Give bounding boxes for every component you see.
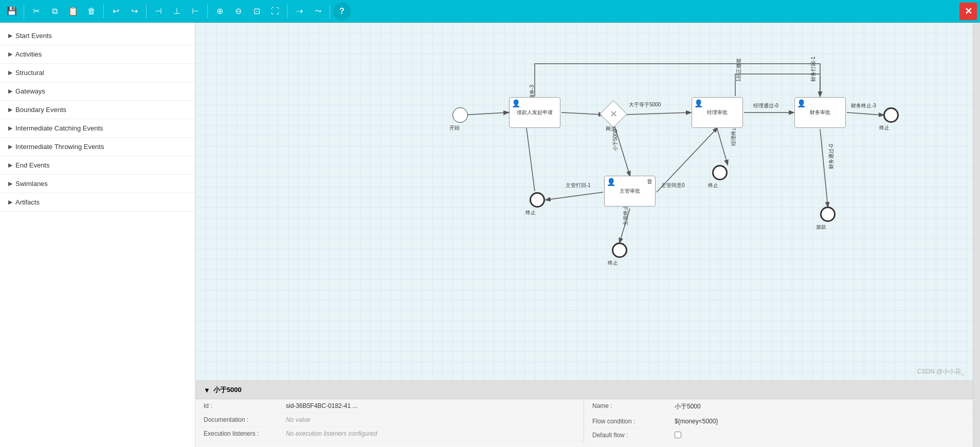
artifacts-arrow: ▶ [8, 199, 12, 206]
gateway-node[interactable]: ✕ [603, 104, 624, 124]
sidebar-item-activities[interactable]: ▶ Activities [0, 45, 195, 64]
task-manager-review[interactable]: 👤 经理审批 [692, 97, 743, 128]
sidebar-label-boundary-events: Boundary Events [15, 106, 66, 114]
svg-line-2 [625, 113, 691, 115]
end-event-5-label: 放款 [816, 224, 826, 231]
edge-label-supervisor-reject: 主管打回-1 [566, 182, 591, 188]
task-finance-review[interactable]: 👤 财务审批 [794, 97, 846, 128]
panel-name-label: Name : [592, 402, 675, 409]
align-right-button[interactable]: ⊢ [187, 3, 204, 20]
panel-exec-row: Execution listeners : No execution liste… [195, 427, 584, 441]
user-icon-supervisor: 👤 [607, 178, 615, 186]
align-left-button[interactable]: ⊣ [150, 3, 167, 20]
save-button[interactable]: 💾 [3, 3, 21, 20]
sidebar-label-end-events: End Events [15, 161, 50, 169]
canvas-area: 大于等于5000 小于5000 经理通过-0 财务终止-3 主管打回-1 主管同… [195, 23, 973, 447]
end-event-1[interactable] [883, 107, 899, 123]
start-events-arrow: ▶ [8, 32, 12, 39]
sidebar-label-start-events: Start Events [15, 32, 52, 40]
panel-doc-label: Documentation : [204, 416, 286, 423]
panel-flow-label: Flow condition : [592, 418, 675, 425]
gateway-x-mark: ✕ [610, 108, 618, 120]
zoom-actual-button[interactable]: ⛶ [266, 3, 284, 20]
end-events-arrow: ▶ [8, 162, 12, 169]
zoom-out-button[interactable]: ⊖ [229, 3, 247, 20]
edge-label-return1: 1回正撤签 [736, 58, 741, 82]
sidebar-item-artifacts[interactable]: ▶ Artifacts [0, 193, 195, 212]
toolbar: 💾 ✂ ⧉ 📋 🗑 ↩ ↪ ⊣ ⊥ ⊢ ⊕ ⊖ ⊡ ⛶ ⇢ ⤳ ? ✕ [0, 0, 980, 23]
redo-button[interactable]: ↪ [125, 3, 143, 20]
sidebar-item-gateways[interactable]: ▶ Gateways [0, 82, 195, 101]
end-event-3-label: 终止 [608, 259, 618, 267]
close-button[interactable]: ✕ [959, 3, 977, 20]
end-event-2-label: 终止 [525, 209, 536, 216]
paste-button[interactable]: 📋 [64, 3, 82, 20]
cut-button[interactable]: ✂ [27, 3, 45, 20]
undo-button[interactable]: ↩ [107, 3, 124, 20]
gateway-label: 网关 [606, 125, 616, 133]
edge-label-supervisor-agree: 主管同意0 [661, 182, 685, 188]
panel-flow-value: ${money<5000} [675, 418, 718, 425]
end-event-4[interactable] [712, 165, 728, 180]
panel-exec-label: Execution listeners : [204, 430, 286, 437]
panel-default-value [675, 432, 681, 440]
task-borrow-label: 借款人发起申请 [517, 109, 553, 116]
svg-line-1 [561, 113, 603, 115]
user-icon-manager: 👤 [694, 99, 703, 107]
align-center-button[interactable]: ⊥ [168, 3, 186, 20]
task-borrow-apply[interactable]: 👤 借款人发起申请 [509, 97, 560, 128]
intermediate-catching-arrow: ▶ [8, 125, 12, 132]
structural-arrow: ▶ [8, 69, 12, 76]
intermediate-throwing-arrow: ▶ [8, 143, 12, 150]
edge-label-finance-pass: 财务通过-0 [828, 144, 834, 169]
toolbar-sep-3 [146, 4, 147, 18]
panel-exec-value: No execution listeners configured [286, 430, 377, 437]
copy-button[interactable]: ⧉ [46, 3, 63, 20]
delete-button[interactable]: 🗑 [83, 3, 100, 20]
svg-line-4 [847, 113, 883, 115]
help-button[interactable]: ? [333, 3, 351, 20]
sidebar-item-end-events[interactable]: ▶ End Events [0, 156, 195, 175]
task-finance-label: 财务审批 [810, 109, 830, 116]
bottom-panel-title-text: 小于5000 [213, 385, 242, 395]
connect-button[interactable]: ⇢ [291, 3, 308, 20]
task-supervisor-review[interactable]: 👤 🗑 主管审批 [604, 176, 656, 207]
panel-default-row: Default flow : [584, 429, 973, 443]
zoom-in-button[interactable]: ⊕ [211, 3, 228, 20]
task-supervisor-label: 主管审批 [620, 188, 640, 195]
toolbar-sep-2 [103, 4, 104, 18]
toolbar-sep-1 [24, 4, 24, 18]
panel-flow-row: Flow condition : ${money<5000} [584, 415, 973, 429]
end-event-5[interactable] [820, 207, 836, 222]
sidebar-label-structural: Structural [15, 69, 44, 77]
start-event[interactable] [452, 107, 468, 123]
end-event-2[interactable] [530, 192, 545, 208]
sidebar-item-intermediate-catching[interactable]: ▶ Intermediate Catching Events [0, 119, 195, 138]
default-flow-checkbox[interactable] [675, 432, 681, 438]
svg-line-6 [546, 192, 603, 200]
sidebar-item-start-events[interactable]: ▶ Start Events [0, 27, 195, 45]
sidebar-label-swimlanes: Swimlanes [15, 180, 48, 188]
sidebar-label-artifacts: Artifacts [15, 198, 40, 206]
sidebar-item-swimlanes[interactable]: ▶ Swimlanes [0, 175, 195, 193]
connect2-button[interactable]: ⤳ [309, 3, 326, 20]
bpmn-svg: 大于等于5000 小于5000 经理通过-0 财务终止-3 主管打回-1 主管同… [195, 23, 973, 380]
zoom-fit-button[interactable]: ⊡ [248, 3, 265, 20]
sidebar-item-structural[interactable]: ▶ Structural [0, 64, 195, 82]
start-event-label: 开始 [449, 124, 460, 132]
activities-arrow: ▶ [8, 51, 12, 58]
swimlanes-arrow: ▶ [8, 180, 12, 187]
end-event-1-label: 终止 [879, 124, 890, 132]
bottom-panel: ▼ 小于5000 Id : sid-36B5F4BC-0182-41 ... D… [195, 380, 973, 447]
toolbar-sep-6 [330, 4, 330, 18]
svg-line-10 [820, 129, 828, 207]
panel-id-row: Id : sid-36B5F4BC-0182-41 ... [195, 399, 584, 413]
right-scrollbar[interactable] [973, 23, 980, 447]
sidebar-label-intermediate-throwing: Intermediate Throwing Events [15, 143, 104, 151]
end-event-3[interactable] [612, 243, 627, 258]
panel-doc-value: No value [286, 416, 310, 423]
sidebar-item-intermediate-throwing[interactable]: ▶ Intermediate Throwing Events [0, 138, 195, 156]
bpmn-canvas[interactable]: 大于等于5000 小于5000 经理通过-0 财务终止-3 主管打回-1 主管同… [195, 23, 973, 380]
sidebar-item-boundary-events[interactable]: ▶ Boundary Events [0, 101, 195, 119]
toolbar-sep-5 [287, 4, 287, 18]
